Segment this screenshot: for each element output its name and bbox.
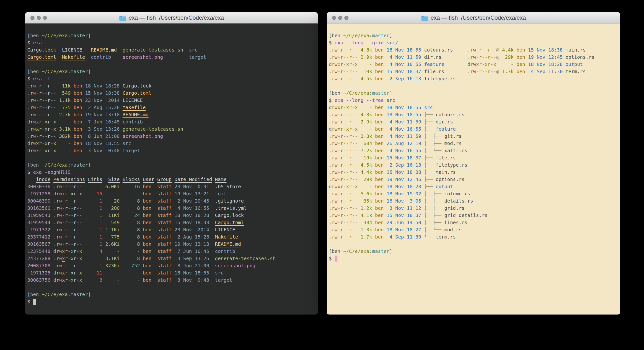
text-segment: 29 Jun 14:50 [386,220,421,225]
terminal-line: .rw-r--r-- 1.1k ben 23 Nov 2014 LICENCE [27,96,316,104]
permission-char: r [65,212,68,218]
zoom-button[interactable] [43,16,47,20]
text-segment: exa [33,40,42,46]
desktop: { "left_window": { "title": "exa — fish … [0,0,644,350]
permission-char: . [329,47,332,53]
text-segment [384,176,386,182]
text-segment [120,119,122,125]
text-segment: 19 Nov 12:45 [528,54,563,60]
permission-char: - [355,140,358,146]
text-segment: ben [143,227,152,232]
minimize-button[interactable] [37,16,41,20]
permission-char: r [349,104,352,110]
permission-char: - [346,169,349,175]
permission-char: - [62,227,65,232]
text-segment: [ben [329,90,343,96]
permission-char: x [79,270,82,276]
text-segment [140,248,143,254]
text-segment [209,198,215,204]
text-segment: - [122,248,140,254]
permission-char: - [352,119,355,125]
text-segment [421,234,424,240]
text-segment [56,148,59,154]
terminal-line: 1971325 drwxr-xr-x 11 - - ben staff 18 N… [27,269,316,276]
zoom-button[interactable] [344,16,348,20]
permission-char: r [488,47,490,53]
text-segment: master [71,292,88,297]
text-segment [421,112,424,118]
text-segment: 1 [88,256,102,261]
permission-char: r [56,212,59,218]
text-segment [82,220,88,225]
terminal-line: .rw-r--r-- 4.8k ben 18 Nov 18:55 ├── col… [329,111,618,118]
text-segment [120,176,122,182]
text-segment [56,119,59,125]
permission-char: . [53,184,56,190]
text-segment: 8 [122,241,140,247]
text-segment: ben [143,270,152,276]
permission-char: - [338,191,340,196]
text-segment [421,61,424,67]
text-segment: : [369,90,372,96]
permission-char: - [53,90,56,96]
text-segment: LICENCE [62,47,82,53]
text-segment: ben [74,126,82,132]
permission-char: r [340,54,343,60]
terminal-line [27,154,316,161]
permission-char: w [334,47,338,53]
text-segment [358,220,360,225]
terminal-screen-dark[interactable]: [ben ~/C/e/exa:master]$ exaCargo.lock LI… [25,24,318,314]
permission-char: d [329,61,332,67]
permission-char: r [340,119,343,125]
titlebar[interactable]: exa — fish /Users/ben/Code/exa/exa [25,12,318,24]
text-segment [82,227,88,232]
text-segment [384,234,386,240]
terminal-line: .rwxr-xr-x 3.1k ben 3 Sep 13:26 generate… [27,126,316,132]
permission-char: - [343,126,346,132]
close-button[interactable] [332,16,336,20]
text-segment: README.md [122,112,148,118]
permission-char: r [470,68,473,74]
permission-char: d [53,270,56,276]
text-segment: src [386,97,395,103]
minimize-button[interactable] [338,16,342,20]
permission-char: r [56,184,59,190]
permission-char: . [53,220,56,225]
text-segment: ben [375,104,384,110]
permission-char: x [44,148,48,154]
permission-char: - [352,220,355,225]
text-segment: ~/C/e/exa [42,32,68,38]
text-segment: 1 [88,263,102,268]
text-segment [85,54,91,60]
permission-char: - [343,119,346,125]
text-segment: colours.rs [436,112,464,118]
terminal-screen-light[interactable]: [ben ~/C/e/exa:master]$ exa --long --gri… [327,24,620,314]
permission-char: - [352,68,355,74]
text-segment [56,140,59,146]
close-button[interactable] [30,16,34,20]
text-segment [82,263,88,268]
permission-char: - [484,54,488,60]
permission-char: w [59,263,62,268]
permission-char: - [338,198,340,204]
text-segment [421,155,424,160]
text-segment [358,68,360,74]
terminal-line: drwxr-xr-x - ben 18 Nov 18:28 ├── output [329,183,618,190]
text-segment: ben [375,162,384,168]
terminal-line: [ben ~/C/e/exa:master] [27,68,316,75]
text-segment: 4 Nov 16:55 [174,205,209,211]
text-segment [82,191,88,196]
permission-char: x [62,191,65,196]
text-segment: master [372,90,390,96]
text-segment: 3 Sep 13:26 [85,126,120,132]
permission-char: r [74,234,76,240]
text-segment [140,241,143,247]
titlebar[interactable]: exa — fish /Users/ben/Code/exa/exa [327,12,620,24]
text-segment [120,104,122,110]
permission-char: - [338,205,340,211]
permission-char: w [33,112,36,118]
permission-char: r [340,76,343,82]
permission-char: - [79,220,82,225]
permission-char: r [349,191,352,196]
text-segment: : [68,68,71,74]
